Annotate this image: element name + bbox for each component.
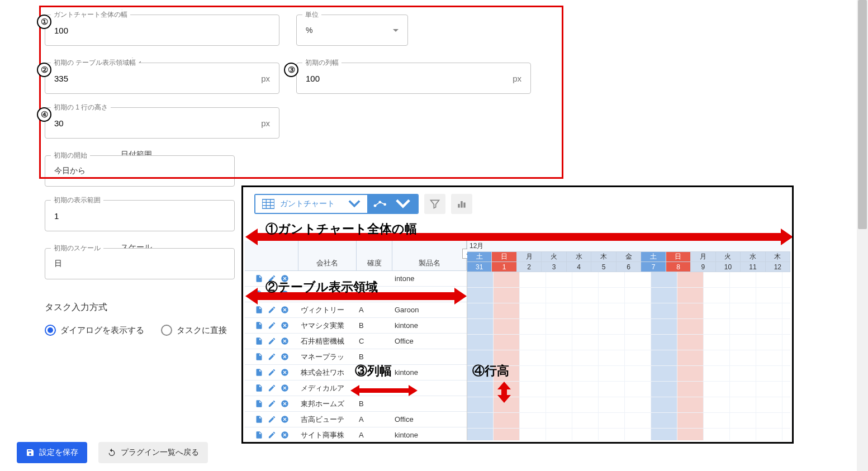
file-icon[interactable] [255, 321, 263, 330]
timeline-row [467, 429, 790, 440]
view-selector-right[interactable] [367, 195, 418, 213]
table-row[interactable]: 石井精密機械 C Office [245, 334, 467, 349]
row-icons [245, 321, 298, 330]
file-icon[interactable] [255, 353, 263, 361]
table-row[interactable]: ヴィクトリー A Garoon [245, 302, 467, 318]
pencil-icon[interactable] [268, 353, 276, 361]
day-header: 水 [567, 252, 591, 261]
row-icons [245, 431, 298, 439]
close-circle-icon[interactable] [281, 399, 289, 408]
file-icon[interactable] [255, 274, 263, 283]
date-range-input[interactable] [54, 211, 225, 221]
cell-company: ヤマシタ実業 [298, 321, 357, 331]
close-circle-icon[interactable] [281, 337, 289, 345]
table-area-field[interactable]: 初期の テーブル表示領域幅 px [45, 63, 279, 94]
timeline-row [467, 272, 790, 288]
file-icon[interactable] [255, 306, 263, 314]
gantt-table-pane: ‹ 会社名 確度 製品名 intone ヴィクトリー A Garoon ヤマシタ… [245, 241, 467, 440]
day-header: 木 [766, 252, 790, 261]
dropdown-arrow-icon [393, 29, 399, 32]
table-row-field[interactable]: 初期の 1 行の高さ px [45, 107, 279, 139]
table-row[interactable]: 吉高ビューテ A Office [245, 412, 467, 427]
close-circle-icon[interactable] [281, 384, 289, 392]
pencil-icon[interactable] [268, 415, 276, 424]
date-header: 5 [591, 262, 616, 272]
date-header: 10 [716, 262, 741, 272]
table-row[interactable]: サイト商事株 A kintone [245, 427, 467, 443]
pencil-icon[interactable] [268, 368, 276, 377]
day-header: 木 [591, 252, 616, 261]
pencil-icon[interactable] [268, 384, 276, 392]
scale-label: 初期のスケール [51, 244, 103, 253]
close-circle-icon[interactable] [281, 415, 289, 424]
date-header: 4 [567, 262, 591, 272]
cell-company: 東邦ホームズ [298, 399, 357, 409]
table-row[interactable]: ヤマシタ実業 B kintone [245, 318, 467, 334]
date-header: 7 [641, 262, 666, 272]
scale-field[interactable]: 初期のスケール 日 [45, 248, 235, 279]
day-header: 火 [716, 252, 741, 261]
pencil-icon[interactable] [268, 306, 276, 314]
cell-product: intone [392, 274, 467, 283]
save-button[interactable]: 設定を保存 [17, 442, 87, 463]
funnel-icon [429, 198, 440, 210]
save-icon [26, 448, 35, 457]
table-row[interactable]: 東邦ホームズ B [245, 396, 467, 412]
annotation-4: ④行高 [472, 363, 509, 379]
file-icon[interactable] [255, 415, 263, 424]
close-circle-icon[interactable] [281, 321, 289, 330]
bottom-bar: 設定を保存 プラグイン一覧へ戻る [17, 442, 208, 463]
task-mode-option-dialog[interactable]: ダイアログを表示する [45, 325, 144, 336]
date-range-label: 初期の表示範囲 [51, 196, 103, 205]
back-button[interactable]: プラグイン一覧へ戻る [98, 442, 208, 463]
table-col-label: 初期の列幅 [302, 58, 341, 68]
overall-width-field[interactable]: ガントチャート全体の幅 [45, 15, 279, 46]
bar-chart-icon [456, 198, 467, 210]
row-icons [245, 353, 298, 361]
date-header: 1 [492, 262, 516, 272]
overall-unit-field[interactable]: 単位 % [296, 15, 408, 46]
row-icons [245, 306, 298, 314]
chart-button[interactable] [451, 194, 472, 214]
day-header: 日 [666, 252, 691, 261]
header-product: 製品名 [392, 241, 467, 270]
vertical-scrollbar-track[interactable] [857, 0, 868, 471]
table-row-unit: px [261, 118, 270, 128]
close-circle-icon[interactable] [281, 353, 289, 361]
table-col-field[interactable]: 初期の列幅 px [296, 63, 531, 94]
file-icon[interactable] [255, 368, 263, 377]
pencil-icon[interactable] [268, 431, 276, 439]
close-circle-icon[interactable] [281, 306, 289, 314]
file-icon[interactable] [255, 337, 263, 345]
date-header: 9 [691, 262, 715, 272]
vertical-scrollbar-thumb[interactable] [858, 0, 867, 229]
timeline-row [467, 366, 790, 382]
marker-2: ② [37, 63, 51, 77]
file-icon[interactable] [255, 399, 263, 408]
view-selector[interactable]: ガントチャート [254, 194, 419, 214]
close-circle-icon[interactable] [281, 368, 289, 377]
annotation-2: ②テーブル表示領域 [265, 279, 378, 296]
date-header: 8 [666, 262, 691, 272]
row-icons [245, 368, 298, 377]
file-icon[interactable] [255, 431, 263, 439]
task-mode-option-direct[interactable]: タスクに直接 [161, 325, 227, 336]
table-icon [262, 199, 274, 209]
file-icon[interactable] [255, 384, 263, 392]
date-range-field[interactable]: 初期の表示範囲 [45, 200, 235, 231]
task-mode-opt1-label: ダイアログを表示する [60, 325, 144, 336]
view-selector-left[interactable]: ガントチャート [255, 195, 367, 213]
close-circle-icon[interactable] [281, 431, 289, 439]
pencil-icon[interactable] [268, 399, 276, 408]
pencil-icon[interactable] [268, 337, 276, 345]
day-header: 金 [616, 252, 641, 261]
filter-button[interactable] [424, 194, 445, 214]
table-row-input[interactable] [54, 118, 261, 128]
date-start-field[interactable]: 初期の開始 今日から [45, 155, 235, 187]
annotation-arrow-3 [358, 388, 410, 393]
overall-width-input[interactable] [54, 26, 270, 35]
pencil-icon[interactable] [268, 321, 276, 330]
radio-icon [45, 325, 56, 336]
table-area-input[interactable] [54, 74, 261, 83]
table-col-input[interactable] [306, 74, 513, 83]
